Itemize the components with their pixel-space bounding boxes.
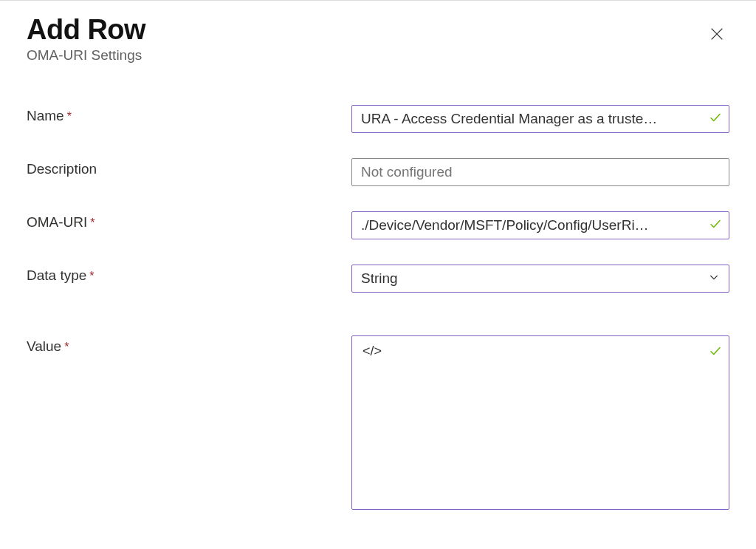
omauri-input[interactable]: [351, 211, 729, 239]
name-input[interactable]: [351, 105, 729, 133]
datatype-label: Data type: [27, 267, 86, 283]
datatype-selected-value: String: [361, 270, 398, 287]
description-input[interactable]: [351, 158, 729, 186]
value-label: Value: [27, 338, 61, 354]
required-star: *: [89, 270, 94, 282]
row-description: Description: [27, 158, 729, 186]
value-textarea[interactable]: [351, 335, 729, 510]
label-value: Value*: [27, 335, 351, 355]
value-input-wrapper: [351, 335, 729, 513]
omauri-input-wrapper: [351, 211, 729, 239]
chevron-down-icon: [708, 270, 720, 287]
page-subtitle: OMA-URI Settings: [27, 47, 145, 64]
required-star: *: [64, 341, 69, 353]
panel-header: Add Row OMA-URI Settings: [27, 14, 729, 64]
close-icon: [709, 33, 725, 44]
required-star: *: [67, 110, 72, 123]
close-button[interactable]: [704, 21, 729, 49]
datatype-select[interactable]: String: [351, 265, 729, 293]
label-name: Name*: [27, 105, 351, 124]
required-star: *: [90, 216, 94, 229]
add-row-panel: Add Row OMA-URI Settings Name*: [0, 0, 756, 549]
row-name: Name*: [27, 105, 729, 133]
page-title: Add Row: [27, 14, 145, 46]
name-label: Name: [27, 108, 64, 123]
description-input-wrapper: [351, 158, 729, 186]
row-omauri: OMA-URI*: [27, 211, 729, 239]
name-input-wrapper: [351, 105, 729, 133]
label-omauri: OMA-URI*: [27, 211, 351, 231]
title-block: Add Row OMA-URI Settings: [27, 14, 145, 64]
form-area: Name* Description: [27, 105, 729, 513]
label-datatype: Data type*: [27, 265, 351, 284]
row-datatype: Data type* String: [27, 265, 729, 293]
description-label: Description: [27, 161, 97, 177]
omauri-label: OMA-URI: [27, 214, 87, 230]
label-description: Description: [27, 158, 351, 177]
row-value: Value*: [27, 335, 729, 513]
